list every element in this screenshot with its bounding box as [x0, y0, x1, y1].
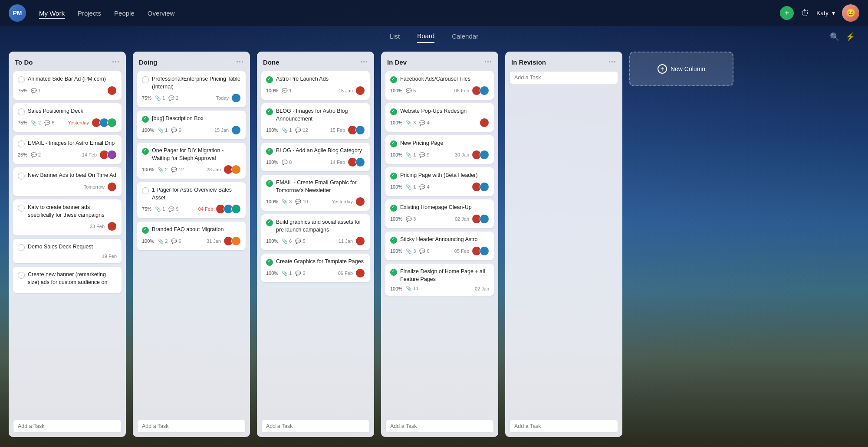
card-checkbox[interactable] — [390, 108, 397, 115]
tab-list[interactable]: List — [390, 33, 400, 42]
card[interactable]: Pricing Page with (Beta Header)100%📎 1💬 … — [385, 167, 494, 196]
card-avatars — [472, 214, 489, 224]
card-checkbox[interactable] — [390, 173, 397, 179]
filter-icon[interactable]: ⚡ — [845, 32, 855, 42]
card[interactable]: Katy to create banner ads specifically f… — [13, 199, 122, 235]
add-button[interactable]: + — [780, 6, 794, 20]
card[interactable]: Branded FAQ about Migration100%📎 2💬 631 … — [137, 222, 246, 250]
card[interactable]: Existing Homepage Clean-Up100%💬 302 Jan — [385, 199, 494, 228]
card-checkbox[interactable] — [18, 108, 25, 115]
card-avatars — [472, 150, 489, 160]
card-comments: 💬 6 — [419, 248, 429, 254]
card[interactable]: Sales Positioning Deck75%📎 2💬 6Yesterday — [13, 103, 122, 132]
add-task-input-doing[interactable] — [137, 420, 246, 433]
nav-overview[interactable]: Overview — [148, 8, 175, 19]
card[interactable]: BLOG - Images for Astro Blog Announcemen… — [261, 103, 370, 139]
card-meta-right: Yesterday — [332, 197, 365, 206]
card-checkbox[interactable] — [18, 205, 25, 212]
nav-my-work[interactable]: My Work — [39, 8, 65, 19]
card-checkbox[interactable] — [18, 140, 25, 147]
card-checkbox[interactable] — [390, 205, 397, 212]
user-avatar[interactable]: 😊 — [842, 4, 859, 22]
new-column-button[interactable]: +New Column — [629, 52, 733, 86]
card-checkbox[interactable] — [266, 148, 273, 155]
card-checkbox[interactable] — [142, 148, 149, 155]
card[interactable]: New Pricing Page100%📎 1💬 930 Jan — [385, 135, 494, 164]
card-checkbox[interactable] — [390, 269, 397, 276]
card-comments: 💬 2 — [31, 152, 41, 158]
card-checkbox[interactable] — [266, 180, 273, 187]
card-clips: 📎 11 — [406, 286, 418, 291]
add-task-input-inrevision[interactable] — [510, 420, 618, 433]
card[interactable]: BLOG - Add an Agile Blog Category100%💬 8… — [261, 143, 370, 171]
card[interactable]: Build graphics and social assets for pre… — [261, 214, 370, 250]
card-date: 02 Jan — [475, 286, 489, 291]
card-checkbox[interactable] — [266, 259, 273, 266]
card[interactable]: Website Pop-Ups Redesign100%📎 3💬 4 — [385, 103, 494, 132]
column-menu-done[interactable]: ··· — [360, 58, 368, 67]
card-clips: 📎 3 — [406, 120, 416, 126]
add-task-input-indev[interactable] — [385, 420, 494, 433]
card-checkbox[interactable] — [142, 227, 149, 234]
card[interactable]: Facebook Ads/Carousel Tiles100%💬 506 Feb — [385, 71, 494, 100]
card[interactable]: Astro Pre Launch Ads100%💬 115 Jan — [261, 71, 370, 100]
card-checkbox[interactable] — [142, 187, 149, 194]
card-meta-right — [107, 86, 117, 95]
column-menu-doing[interactable]: ··· — [236, 58, 244, 67]
tab-board[interactable]: Board — [417, 32, 434, 43]
card-comments: 💬 3 — [406, 216, 416, 222]
card[interactable]: [bug] Description Box100%📎 1💬 615 Jan — [137, 111, 246, 139]
column-menu-todo[interactable]: ··· — [112, 58, 120, 67]
card[interactable]: 1 Pager for Astro Overview Sales Asset75… — [137, 182, 246, 218]
card-meta: 100%📎 1💬 2 — [266, 271, 306, 276]
card-meta: 100%💬 8 — [266, 160, 292, 165]
card-title: Create Graphics for Template Pages — [276, 258, 364, 266]
add-task-input-todo[interactable] — [13, 420, 122, 433]
column-menu-inrevision[interactable]: ··· — [608, 58, 616, 67]
column-menu-indev[interactable]: ··· — [484, 58, 492, 67]
user-menu[interactable]: Katy ▾ — [816, 10, 835, 16]
card-checkbox[interactable] — [266, 76, 273, 83]
tab-calendar[interactable]: Calendar — [452, 33, 478, 42]
nav-projects[interactable]: Projects — [78, 8, 101, 19]
card-progress: 100% — [266, 88, 278, 93]
card-checkbox[interactable] — [142, 76, 149, 83]
clock-icon[interactable]: ⏱ — [801, 8, 809, 18]
card-checkbox[interactable] — [390, 140, 397, 147]
card-checkbox[interactable] — [390, 237, 397, 244]
card-avatars — [92, 118, 117, 127]
card-date: 06 Feb — [338, 271, 353, 276]
card-checkbox[interactable] — [18, 244, 25, 251]
card-title: BLOG - Images for Astro Blog Announcemen… — [276, 108, 365, 123]
card-checkbox[interactable] — [266, 219, 273, 226]
card[interactable]: Finalize Design of Home Page + all Featu… — [385, 264, 494, 296]
card[interactable]: EMAIL - Images for Astro Email Drip25%💬 … — [13, 135, 122, 164]
card-checkbox[interactable] — [18, 272, 25, 279]
avatar — [355, 236, 365, 246]
search-icon[interactable]: 🔍 — [830, 32, 839, 42]
card[interactable]: Create Graphics for Template Pages100%📎 … — [261, 254, 370, 282]
card[interactable]: Professional/Enterprise Pricing Table (I… — [137, 71, 246, 107]
card-checkbox[interactable] — [390, 76, 397, 83]
card-meta-right: 05 Feb — [454, 246, 489, 256]
card[interactable]: Create new banner (remarketing size) ads… — [13, 267, 122, 293]
card-meta-right: Today — [216, 93, 241, 103]
card[interactable]: Animated Side Bar Ad (PM.com)75%💬 1 — [13, 71, 122, 100]
card-avatars — [216, 204, 241, 214]
add-task-top-inrevision[interactable] — [510, 71, 618, 84]
card[interactable]: One Pager for DIY Migration - Waiting fo… — [137, 143, 246, 179]
card[interactable]: Sticky Header Announcing Astro100%📎 3💬 6… — [385, 232, 494, 260]
card-date: 04 Feb — [198, 206, 213, 212]
card[interactable]: New Banner Ads to beat On Time AdTomorro… — [13, 167, 122, 196]
nav-people[interactable]: People — [114, 8, 135, 19]
add-task-input-done[interactable] — [261, 420, 370, 433]
card-checkbox[interactable] — [266, 108, 273, 115]
card-progress: 100% — [390, 88, 402, 93]
card[interactable]: EMAIL - Create Email Graphic for Tomorro… — [261, 175, 370, 211]
card-clips: 📎 2 — [158, 167, 168, 173]
card-checkbox[interactable] — [18, 173, 25, 179]
card[interactable]: Demo Sales Deck Request19 Feb — [13, 239, 122, 263]
column-body-indev: Facebook Ads/Carousel Tiles100%💬 506 Feb… — [381, 71, 498, 416]
card-checkbox[interactable] — [18, 76, 25, 83]
card-checkbox[interactable] — [142, 116, 149, 123]
